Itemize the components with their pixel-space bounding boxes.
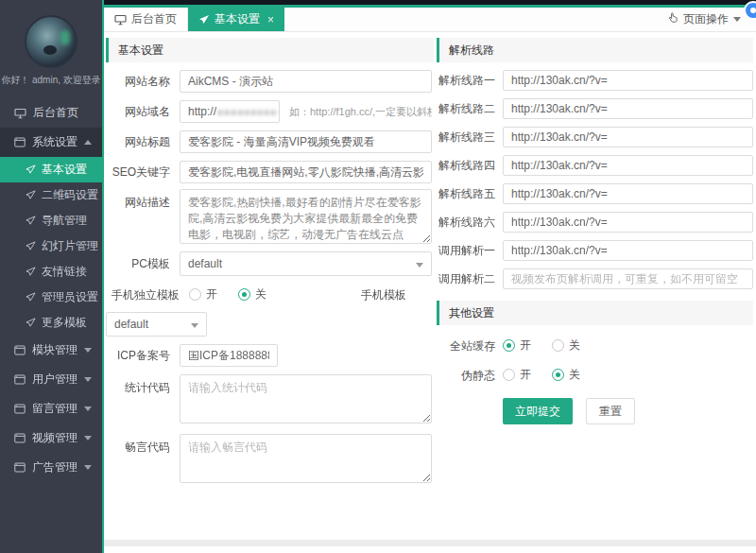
sidebar-subitem-幻灯片管理[interactable]: 幻灯片管理 (0, 233, 102, 259)
icp-input[interactable] (180, 344, 278, 367)
radio-label: 开 (520, 337, 531, 354)
sidebar-item-广告管理[interactable]: 广告管理 (0, 453, 102, 482)
user-avatar[interactable] (25, 15, 77, 68)
send-icon (26, 190, 36, 200)
pc-template-label: PC模板 (106, 256, 170, 272)
submit-button[interactable]: 立即提交 (503, 398, 573, 424)
domain-censored: ●●●●●●●●● (217, 107, 277, 117)
tab-label: 后台首页 (131, 11, 177, 27)
sidebar-item-label: 系统设置 (32, 134, 77, 150)
stats-code-textarea[interactable] (180, 374, 432, 423)
sidebar-subitem-label: 二维码设置 (42, 187, 98, 203)
parse-line-input[interactable] (503, 98, 753, 119)
site-domain-label: 网站域名 (106, 104, 170, 120)
send-icon (26, 241, 36, 251)
changyan-code-textarea[interactable] (180, 434, 432, 483)
radio-option-关[interactable]: 关 (552, 337, 580, 354)
field-site-title: 网站标题 (106, 130, 434, 153)
radio-icon (238, 288, 250, 301)
parse-line-label: 调用解析二 (437, 271, 495, 287)
section-title-other: 其他设置 (437, 301, 753, 325)
user-greeting: 你好！ admin, 欢迎登录 (0, 74, 102, 87)
send-icon (26, 318, 36, 328)
pc-template-value: default (188, 257, 222, 270)
radio-icon (503, 369, 515, 381)
site-title-input[interactable] (180, 130, 432, 153)
parse-line-row: 解析线路一 (437, 70, 753, 91)
sidebar-item-留言管理[interactable]: 留言管理 (0, 394, 102, 423)
radio-icon (503, 339, 515, 352)
parse-line-row: 解析线路五 (437, 183, 753, 204)
parse-line-label: 调用解析一 (437, 243, 495, 259)
tab-dashboard[interactable]: 后台首页 (104, 8, 188, 31)
parse-line-input[interactable] (503, 268, 753, 289)
parse-line-input[interactable] (503, 155, 753, 176)
sidebar-item-视频管理[interactable]: 视频管理 (0, 423, 102, 453)
module-icon (14, 433, 26, 443)
mobile-template-select[interactable]: default (106, 312, 207, 337)
sidebar-subitem-导航管理[interactable]: 导航管理 (0, 208, 102, 233)
sidebar-item-系统设置[interactable]: 系统设置 (0, 128, 102, 157)
caret-up-icon (84, 140, 92, 145)
sidebar-item-模块管理[interactable]: 模块管理 (0, 336, 102, 365)
seo-keywords-input[interactable] (180, 161, 432, 183)
site-name-input[interactable] (180, 70, 432, 93)
reset-button[interactable]: 重置 (586, 398, 635, 424)
sidebar-subitem-管理员设置[interactable]: 管理员设置 (0, 285, 102, 310)
parse-line-input[interactable] (503, 127, 753, 147)
monitor-icon (14, 108, 26, 119)
caret-down-icon (84, 377, 92, 382)
parse-line-row: 调用解析二 (437, 268, 753, 289)
pc-template-select[interactable]: default (180, 251, 432, 276)
field-site-name: 网站名称 (106, 70, 434, 93)
parse-line-input[interactable] (503, 183, 753, 204)
radio-label: 开 (206, 286, 217, 302)
caret-down-icon (84, 348, 92, 353)
sidebar-item-label: 用户管理 (32, 372, 77, 388)
sidebar-subitem-友情链接[interactable]: 友情链接 (0, 259, 102, 285)
sidebar-item-label: 视频管理 (32, 430, 77, 446)
field-pc-template: PC模板 default (106, 251, 434, 276)
page-operations-button[interactable]: 页面操作 (652, 8, 756, 31)
tab-close-icon[interactable]: × (267, 14, 274, 26)
radio-icon (189, 288, 201, 301)
sidebar-subitem-二维码设置[interactable]: 二维码设置 (0, 182, 102, 208)
site-description-textarea[interactable]: 爱客影院,热剧快播,最好看的剧情片尽在爱客影院,高清云影视免费为大家提供最新最全… (180, 189, 432, 244)
sidebar-item-后台首页[interactable]: 后台首页 (0, 98, 102, 128)
sidebar-subitem-label: 导航管理 (42, 213, 87, 229)
site-domain-input[interactable]: http://●●●●●●●●●om/ (180, 100, 280, 123)
mobile-independent-label: 手机独立模板 (106, 287, 180, 303)
parse-line-row: 调用解析一 (437, 240, 753, 261)
field-stats-code: 统计代码 (106, 374, 434, 423)
sidebar-subitem-label: 幻灯片管理 (42, 238, 98, 254)
corner-float-badge[interactable] (744, 1, 756, 20)
radio-option-开[interactable]: 开 (503, 367, 531, 383)
icp-label: ICP备案号 (106, 348, 170, 364)
parse-line-row: 解析线路四 (437, 155, 753, 176)
caret-down-icon (416, 263, 423, 268)
basic-settings-panel: 基本设置 网站名称 网站域名 http://●●●●●●●●●om/ 如：htt… (106, 38, 434, 483)
radio-option-开[interactable]: 开 (189, 286, 217, 302)
parse-line-input[interactable] (503, 212, 753, 233)
sidebar-subitem-label: 友情链接 (42, 264, 87, 280)
horizontal-scrollbar[interactable] (104, 540, 756, 546)
radio-label: 关 (569, 367, 580, 383)
parse-line-input[interactable] (503, 240, 753, 261)
send-icon (198, 14, 210, 26)
hand-pointer-icon (667, 12, 679, 27)
tab-basic-settings[interactable]: 基本设置 × (188, 8, 284, 31)
parse-line-input[interactable] (503, 70, 753, 91)
sidebar-subitem-基本设置[interactable]: 基本设置 (0, 157, 102, 182)
pseudo-static-label: 伪静态 (437, 368, 495, 384)
sidebar-item-label: 后台首页 (33, 105, 78, 121)
sidebar-subitem-更多模板[interactable]: 更多模板 (0, 310, 102, 336)
sidebar-item-用户管理[interactable]: 用户管理 (0, 365, 102, 394)
sidebar-item-label: 留言管理 (32, 401, 77, 417)
radio-label: 关 (569, 337, 580, 354)
parse-line-label: 解析线路五 (437, 186, 495, 202)
radio-option-关[interactable]: 关 (552, 367, 580, 383)
send-icon (26, 267, 36, 277)
parse-lines-panel: 解析线路 解析线路一解析线路二解析线路三解析线路四解析线路五解析线路六调用解析一… (437, 38, 753, 424)
radio-option-关[interactable]: 关 (238, 286, 266, 302)
radio-option-开[interactable]: 开 (503, 337, 531, 354)
